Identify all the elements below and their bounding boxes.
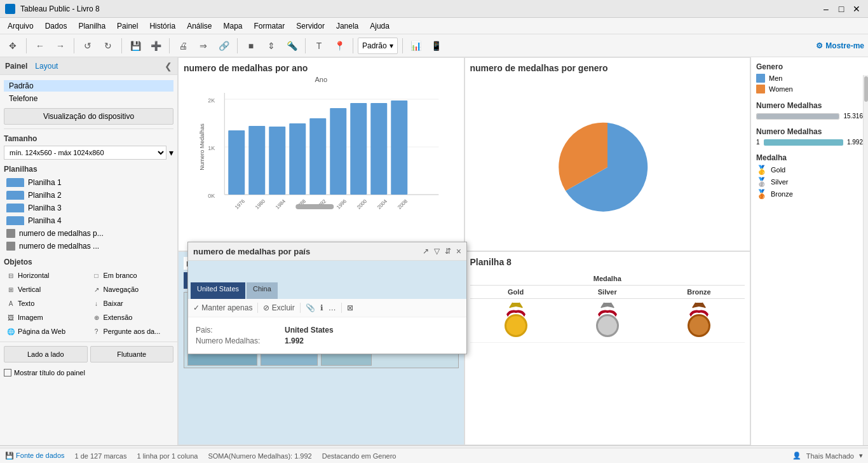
panel-close-btn[interactable]: ❮ xyxy=(165,61,172,71)
forward-btn[interactable]: → xyxy=(51,37,69,55)
menu-formatar[interactable]: Formatar xyxy=(249,20,290,32)
flutuante-btn[interactable]: Flutuante xyxy=(90,346,174,363)
minimize-btn[interactable]: – xyxy=(820,3,832,15)
sheet-planilha1[interactable]: Planilha 1 xyxy=(4,176,173,189)
menu-analise[interactable]: Análise xyxy=(182,20,217,32)
menu-planilha[interactable]: Planilha xyxy=(73,20,111,32)
obj-horizontal[interactable]: ⊟ Horizontal xyxy=(4,269,88,282)
text-btn[interactable]: T xyxy=(310,37,328,55)
more-btn-tt[interactable]: … xyxy=(329,303,336,312)
sheet-planilha2[interactable]: Planilha 2 xyxy=(4,189,173,202)
menu-mapa[interactable]: Mapa xyxy=(218,20,247,32)
slider-track2[interactable] xyxy=(764,139,843,146)
fonte-dados-btn[interactable]: 💾 Fonte de dados xyxy=(5,452,65,460)
tooltip-tab-china[interactable]: China xyxy=(247,282,278,299)
obj-vertical[interactable]: ⊞ Vertical xyxy=(4,283,88,296)
slider-track1[interactable] xyxy=(756,113,839,120)
view-dropdown[interactable]: Padrão ▾ xyxy=(358,38,398,54)
maximize-btn[interactable]: □ xyxy=(835,3,848,15)
obj-pagina-web[interactable]: 🌐 Página da Web xyxy=(4,325,88,338)
obj-navegacao[interactable]: ↗ Navegação xyxy=(90,283,174,296)
mostre-me-btn[interactable]: ⚙ Mostre-me xyxy=(816,41,864,50)
obj-extensao[interactable]: ⊕ Extensão xyxy=(90,311,174,324)
move-tool-btn[interactable]: ✥ xyxy=(4,37,22,55)
obj-texto[interactable]: A Texto xyxy=(4,297,88,310)
tooltip-close-btn[interactable]: × xyxy=(456,246,461,256)
svg-text:1984: 1984 xyxy=(275,198,287,210)
tooltip-popout-btn[interactable]: ↗ xyxy=(423,247,429,256)
viz-device-btn[interactable]: Visualização do dispositivo xyxy=(4,108,173,125)
right-legend: Genero Men Women Numero Medalhas 15.31 xyxy=(750,57,868,445)
redo-btn[interactable]: ↻ xyxy=(99,37,117,55)
tooltip-popup: numero de medalhas por país ↗ ▽ ⇵ × Unit… xyxy=(187,242,467,354)
device-telefone[interactable]: Telefone xyxy=(4,93,173,104)
navegacao-icon: ↗ xyxy=(92,285,101,294)
highlight-btn[interactable]: 🔦 xyxy=(283,37,301,55)
tt-sep2 xyxy=(300,303,301,313)
save-btn[interactable]: 💾 xyxy=(126,37,144,55)
sheet-medalhas-ano[interactable]: numero de medalhas p... xyxy=(4,227,173,240)
painel-tab[interactable]: Painel xyxy=(5,62,27,71)
tt-sep1 xyxy=(257,303,258,313)
obj-baixar[interactable]: ↓ Baixar xyxy=(90,297,174,310)
lado-a-lado-btn[interactable]: Lado a lado xyxy=(4,346,88,363)
table-btn-tt[interactable]: ⊠ xyxy=(347,303,353,312)
close-btn[interactable]: ✕ xyxy=(850,3,863,15)
menu-arquivo[interactable]: Arquivo xyxy=(3,20,39,32)
col-bronze: Bronze xyxy=(653,286,745,299)
sheet-icon xyxy=(6,178,24,187)
window-controls: – □ ✕ xyxy=(820,3,863,15)
medal-table: Medalha Gold Silver Bronze xyxy=(470,272,745,343)
print-btn[interactable]: 🖨 xyxy=(174,37,192,55)
show-title-checkbox[interactable] xyxy=(4,369,11,377)
tooltip-filter-btn[interactable]: ▽ xyxy=(434,247,440,256)
pin-btn[interactable]: 📍 xyxy=(330,37,348,55)
objetos-title: Objetos xyxy=(4,258,173,266)
back-btn[interactable]: ← xyxy=(31,37,49,55)
export-btn[interactable]: ⇒ xyxy=(194,37,212,55)
info-btn-tt[interactable]: ℹ xyxy=(320,303,323,312)
tb-sep-8 xyxy=(402,38,403,53)
menu-ajuda[interactable]: Ajuda xyxy=(365,20,395,32)
menu-servidor[interactable]: Servidor xyxy=(291,20,330,32)
size-arrow[interactable]: ▾ xyxy=(169,148,173,158)
chart-btn[interactable]: 📊 xyxy=(407,37,425,55)
layout-tab[interactable]: Layout xyxy=(35,62,58,71)
device-padrao[interactable]: Padrão xyxy=(4,80,173,92)
sheet-medalhas-genero[interactable]: numero de medalhas ... xyxy=(4,240,173,252)
gold-medal-cell xyxy=(470,299,562,343)
svg-rect-25 xyxy=(391,100,407,195)
new-btn[interactable]: ➕ xyxy=(147,37,165,55)
size-dropdown[interactable]: mín. 124x560 - máx 1024x860 xyxy=(4,146,166,160)
horizontal-icon: ⊟ xyxy=(6,271,15,280)
obj-em-branco[interactable]: □ Em branco xyxy=(90,269,174,282)
obj-imagem[interactable]: 🖼 Imagem xyxy=(4,311,88,324)
col-gold: Gold xyxy=(470,286,562,299)
num-medalhas-min: 1 xyxy=(756,139,760,146)
chart-planilha8: Planilha 8 Medalha Gold Silver Bronze xyxy=(465,251,751,445)
manter-apenas-btn[interactable]: ✓ Manter apenas xyxy=(193,303,252,312)
menu-dados[interactable]: Dados xyxy=(40,20,72,32)
link-btn[interactable]: 🔗 xyxy=(215,37,233,55)
obj-pergunte[interactable]: ? Pergunte aos da... xyxy=(90,325,174,338)
svg-text:0K: 0K xyxy=(208,193,215,199)
tooltip-tab-us[interactable]: United States xyxy=(191,282,245,299)
sheet-planilha3[interactable]: Planilha 3 xyxy=(4,202,173,214)
device-btn[interactable]: 📱 xyxy=(428,37,445,55)
tooltip-content: Pais: United States Numero Medalhas: 1.9… xyxy=(188,317,466,354)
excluir-btn[interactable]: ⊘ Excluir xyxy=(263,303,294,312)
tooltip-scroll-btn[interactable]: ⇵ xyxy=(445,247,451,256)
fit-width-btn[interactable]: ⇕ xyxy=(262,37,280,55)
sheet-planilha4[interactable]: Planilha 4 xyxy=(4,214,173,227)
mark-type-btn[interactable]: ■ xyxy=(242,37,260,55)
menu-historia[interactable]: História xyxy=(144,20,180,32)
user-dropdown[interactable]: ▾ xyxy=(859,452,863,460)
svg-text:1K: 1K xyxy=(208,145,215,151)
link-btn-tt[interactable]: 📎 xyxy=(306,303,315,312)
texto-icon: A xyxy=(6,299,15,308)
menu-painel[interactable]: Painel xyxy=(112,20,143,32)
tooltip-medalhas-value: 1.992 xyxy=(285,336,304,345)
undo-btn[interactable]: ↺ xyxy=(79,37,97,55)
menu-janela[interactable]: Janela xyxy=(331,20,363,32)
mostre-me-icon: ⚙ xyxy=(816,41,823,50)
